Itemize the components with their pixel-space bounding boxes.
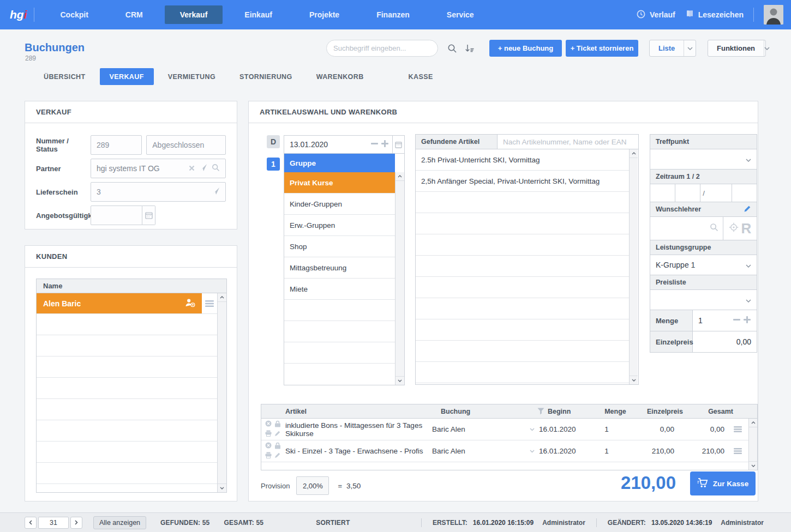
nav-item-service[interactable]: Service	[432, 5, 489, 24]
scroll-up-icon[interactable]	[749, 419, 757, 427]
customer-row[interactable]: Alen Baric	[37, 293, 217, 314]
provision-input[interactable]	[296, 476, 329, 495]
cart-row[interactable]: inkludierte Bons - Mittagessen für 3 Tag…	[261, 419, 748, 440]
zur-kasse-button[interactable]: Zur Kasse	[690, 471, 756, 495]
search-icon[interactable]	[212, 164, 220, 173]
calendar-icon[interactable]	[142, 205, 155, 225]
column-menge[interactable]: Menge	[598, 408, 633, 415]
leistungsgruppe-select[interactable]: K-Gruppe 1	[650, 255, 757, 275]
pencil-icon[interactable]	[274, 430, 281, 438]
navigate-arrow-icon[interactable]	[212, 187, 220, 197]
row-menu-icon[interactable]	[727, 448, 748, 454]
nummer-field[interactable]: 289	[91, 135, 142, 155]
add-person-icon[interactable]	[185, 298, 195, 309]
chevron-down-icon[interactable]	[684, 40, 696, 56]
partner-field[interactable]: hgi systems IT OG	[91, 159, 226, 178]
tab-uebersicht[interactable]: ÜBERSICHT	[34, 68, 95, 85]
article-search-input[interactable]	[498, 135, 638, 149]
remove-circle-icon[interactable]	[265, 442, 272, 451]
user-avatar[interactable]	[764, 5, 783, 25]
row-menu-icon[interactable]	[727, 426, 748, 432]
crosshair-icon[interactable]	[729, 222, 739, 234]
group-item-kinder-gruppen[interactable]: Kinder-Gruppen	[284, 194, 395, 215]
column-einzelpreis[interactable]: Einzelpreis	[633, 408, 683, 415]
global-search[interactable]	[326, 40, 438, 57]
r-badge[interactable]: R	[741, 221, 752, 235]
lock-icon[interactable]	[274, 420, 281, 429]
lock-icon[interactable]	[274, 442, 281, 451]
scroll-down-icon[interactable]	[630, 376, 638, 384]
page-prev-button[interactable]	[25, 517, 37, 529]
funktionen-dropdown[interactable]: Funktionen	[708, 40, 766, 57]
chevron-down-icon[interactable]	[525, 450, 539, 453]
zeitraum-field-1[interactable]	[650, 184, 675, 202]
page-next-button[interactable]	[70, 517, 82, 529]
printer-icon[interactable]	[265, 430, 272, 438]
scroll-up-icon[interactable]	[396, 172, 404, 181]
pencil-icon[interactable]	[744, 205, 751, 214]
quantity-plus-icon[interactable]	[743, 316, 751, 325]
found-articles-scrollbar[interactable]	[629, 149, 638, 384]
page-number-input[interactable]	[38, 517, 69, 529]
date-plus-icon[interactable]	[381, 140, 389, 150]
found-article-item[interactable]: 2,5h Anfänger Special, Privat-Unterricht…	[416, 171, 629, 192]
preisliste-select[interactable]	[650, 289, 757, 310]
group-list-scrollbar[interactable]	[395, 172, 404, 385]
clear-icon[interactable]	[189, 164, 195, 173]
nav-item-verkauf[interactable]: Verkauf	[165, 5, 223, 24]
lieferschein-field[interactable]: 3	[91, 182, 226, 202]
navigate-arrow-icon[interactable]	[199, 164, 207, 173]
calendar-icon[interactable]	[392, 136, 404, 153]
printer-icon[interactable]	[265, 452, 272, 460]
hgi-logo[interactable]: hgi	[10, 8, 27, 21]
count-badge[interactable]: 1	[267, 158, 280, 171]
scroll-down-icon[interactable]	[396, 376, 404, 385]
nav-item-cockpit[interactable]: Cockpit	[45, 5, 104, 24]
liste-dropdown[interactable]: Liste	[649, 40, 696, 57]
group-list-header[interactable]: Gruppe	[284, 154, 395, 172]
quantity-minus-icon[interactable]	[733, 316, 741, 325]
filter-funnel-icon[interactable]	[534, 408, 548, 415]
status-field[interactable]: Abgeschlossen	[146, 135, 226, 155]
column-buchung[interactable]: Buchung	[441, 408, 534, 415]
scroll-up-icon[interactable]	[218, 293, 226, 302]
lesezeichen-button[interactable]: Lesezeichen	[685, 9, 744, 20]
remove-circle-icon[interactable]	[265, 420, 272, 429]
angebotsgueltigkeit-field[interactable]	[91, 205, 142, 225]
verlauf-button[interactable]: Verlauf	[636, 9, 675, 21]
treffpunkt-select[interactable]	[650, 149, 757, 170]
chevron-down-icon[interactable]	[525, 428, 539, 431]
zeitraum-field-2[interactable]	[675, 184, 700, 202]
column-gesamt[interactable]: Gesamt	[683, 408, 735, 415]
menge-field[interactable]: 1	[693, 310, 757, 331]
tab-vermietung[interactable]: VERMIETUNG	[158, 68, 225, 85]
nav-item-finanzen[interactable]: Finanzen	[361, 5, 425, 24]
tab-kasse[interactable]: KASSE	[399, 68, 443, 85]
chevron-down-icon[interactable]	[764, 40, 770, 56]
cancel-ticket-button[interactable]: + Ticket stornieren	[566, 40, 638, 57]
tab-verkauf[interactable]: VERKAUF	[100, 68, 154, 85]
group-item-privat-kurse[interactable]: Privat Kurse	[284, 172, 395, 194]
cart-scrollbar[interactable]	[748, 419, 757, 470]
sort-icon[interactable]	[465, 44, 475, 55]
date-row[interactable]: 13.01.2020	[284, 135, 405, 154]
nav-item-projekte[interactable]: Projekte	[294, 5, 355, 24]
wunschlehrer-input[interactable]	[650, 217, 723, 240]
date-value[interactable]: 13.01.2020	[284, 136, 370, 153]
customers-scrollbar[interactable]	[217, 293, 226, 492]
group-item-erw-gruppen[interactable]: Erw.-Gruppen	[284, 215, 395, 236]
pencil-icon[interactable]	[274, 452, 281, 460]
column-beginn[interactable]: Beginn	[548, 408, 598, 415]
group-item-shop[interactable]: Shop	[284, 236, 395, 257]
show-all-button[interactable]: Alle anzeigen	[93, 516, 146, 529]
zeitraum-field-4[interactable]	[732, 184, 757, 202]
new-booking-button[interactable]: + neue Buchung	[489, 40, 562, 57]
group-item-miete[interactable]: Miete	[284, 279, 395, 300]
search-input[interactable]	[333, 44, 431, 52]
nav-item-einkauf[interactable]: Einkauf	[229, 5, 287, 24]
date-minus-icon[interactable]	[370, 140, 379, 150]
cart-row[interactable]: Ski - Einzel - 3 Tage - Erwachsene - Pro…	[261, 440, 748, 462]
scroll-up-icon[interactable]	[630, 149, 638, 158]
tab-stornierung[interactable]: STORNIERUNG	[230, 68, 302, 85]
scroll-down-icon[interactable]	[749, 461, 757, 470]
